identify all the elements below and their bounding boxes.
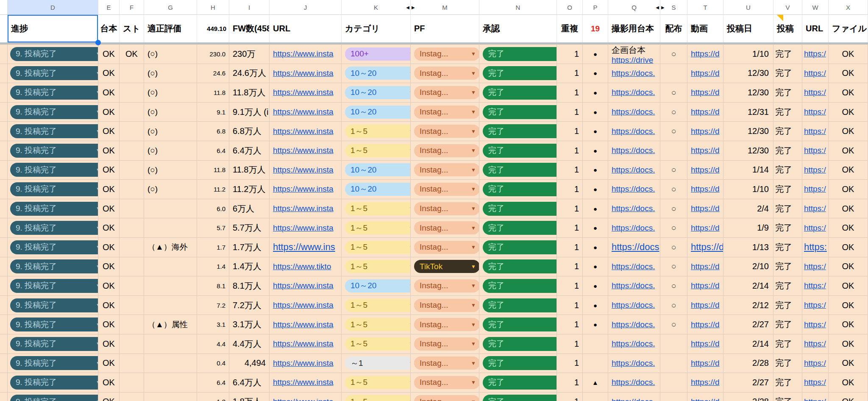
cell-D-row16[interactable]: 9. 投稿完了▼ [8,334,98,354]
cell-E-row14[interactable]: OK [98,296,120,315]
cell-J-row4[interactable]: https://www.insta [270,103,342,122]
cell-Q-row3[interactable]: https://docs. [608,83,660,103]
cell-E-row13[interactable]: OK [98,276,120,296]
video-url-link[interactable]: https://d [691,184,720,194]
approval-dropdown[interactable]: 完了▼ [483,259,557,273]
cell-T-row8[interactable]: https://d [687,180,723,199]
cell-E-row5[interactable]: OK [98,122,120,141]
cell-c-row1[interactable] [0,45,8,64]
column-header-X[interactable]: X [829,0,868,15]
cell-D-row17[interactable]: 9. 投稿完了▼ [8,354,98,373]
cell-M-row13[interactable]: Instag...▼ [411,276,479,296]
approval-dropdown[interactable]: 完了▼ [483,66,557,80]
cell-X-row16[interactable]: OK [829,334,868,354]
cell-Q-row6[interactable]: https://docs. [608,141,660,161]
shoot-script-link[interactable]: https://docs. [612,88,655,97]
shoot-script-link[interactable]: https://docs. [612,320,655,329]
cell-E-row19[interactable]: OK [98,393,120,401]
approval-dropdown[interactable]: 完了▼ [483,105,557,119]
cell-M-row6[interactable]: Instag...▼ [411,141,479,161]
category-dropdown[interactable]: ～1▼ [345,356,411,370]
cell-D-row8[interactable]: 9. 投稿完了▼ [8,180,98,199]
progress-dropdown[interactable]: 9. 投稿完了▼ [10,86,98,100]
column-header-J[interactable]: J [270,0,342,15]
cell-S-row6[interactable] [660,141,687,161]
cell-H-row14[interactable]: 7.2 [197,296,229,315]
header-cell-dup[interactable]: 重複 [557,15,583,42]
cell-T-row14[interactable]: https://d [687,296,723,315]
cell-H-row5[interactable]: 6.8 [197,122,229,141]
cell-N-row6[interactable]: 完了▼ [479,141,557,161]
cell-E-row3[interactable]: OK [98,83,120,103]
cell-O-row9[interactable]: 1 [557,199,583,219]
progress-dropdown[interactable]: 9. 投稿完了▼ [10,182,98,196]
cell-O-row11[interactable]: 1 [557,238,583,257]
cell-S-row17[interactable] [660,354,687,373]
column-header-M[interactable]: M▶ [411,0,479,15]
cell-c-row6[interactable] [0,141,8,161]
pf-dropdown[interactable]: Instag...▼ [414,67,479,80]
pf-dropdown[interactable]: Instag...▼ [414,106,479,119]
cell-K-row6[interactable]: 1～5▼ [342,141,411,161]
cell-T-row12[interactable]: https://d [687,257,723,277]
account-url-link[interactable]: https://www.ins [273,242,335,253]
cell-E-row18[interactable]: OK [98,373,120,393]
cell-J-row15[interactable]: https://www.insta [270,315,342,334]
progress-dropdown[interactable]: 9. 投稿完了▼ [10,317,98,331]
cell-I-row11[interactable]: 1.7万人 [229,238,270,257]
cell-H-row10[interactable]: 5.7 [197,218,229,238]
cell-X-row6[interactable]: OK [829,141,868,161]
cell-T-row18[interactable]: https://d [687,373,723,393]
selection-fill-handle[interactable] [95,40,101,45]
cell-F-row8[interactable] [120,180,144,199]
cell-M-row8[interactable]: Instag...▼ [411,180,479,199]
cell-Q-row10[interactable]: https://docs. [608,218,660,238]
video-url-link[interactable]: https://d [691,107,720,117]
cell-J-row6[interactable]: https://www.insta [270,141,342,161]
progress-dropdown[interactable]: 9. 投稿完了▼ [10,163,98,177]
header-cell-sliver[interactable] [0,15,8,42]
cell-I-row18[interactable]: 6.4万人 [229,373,270,393]
cell-I-row14[interactable]: 7.2万人 [229,296,270,315]
cell-K-row16[interactable]: 1～5▼ [342,334,411,354]
column-header-D[interactable]: D [8,0,98,15]
cell-c-row10[interactable] [0,218,8,238]
cell-H-row18[interactable]: 6.4 [197,373,229,393]
cell-E-row10[interactable]: OK [98,218,120,238]
cell-P-row6[interactable]: ● [583,141,608,161]
cell-D-row7[interactable]: 9. 投稿完了▼ [8,161,98,180]
cell-G-row6[interactable]: (○) [144,141,197,161]
cell-W-row13[interactable]: https:/ [802,276,829,296]
category-dropdown[interactable]: 1～5▼ [345,144,411,157]
video-url-link[interactable]: https://d [691,339,720,348]
category-dropdown[interactable]: 1～5▼ [345,318,411,331]
cell-I-row6[interactable]: 6.4万人 [229,141,270,161]
cell-Q-row18[interactable]: https://docs. [608,373,660,393]
cell-F-row11[interactable] [120,238,144,257]
cell-F-row3[interactable] [120,83,144,103]
cell-M-row1[interactable]: Instag...▼ [411,45,479,64]
category-dropdown[interactable]: 1～5▼ [345,376,411,389]
cell-N-row16[interactable]: 完了▼ [479,334,557,354]
cell-V-row7[interactable]: 完了 [773,161,802,180]
cell-G-row19[interactable] [144,393,197,401]
cell-W-row15[interactable]: https:/ [802,315,829,334]
column-header-T[interactable]: T [687,0,723,15]
cell-X-row19[interactable]: OK [829,393,868,401]
cell-U-row12[interactable]: 2/10 [723,257,773,277]
progress-dropdown[interactable]: 9. 投稿完了▼ [10,337,98,351]
cell-X-row10[interactable]: OK [829,218,868,238]
cell-H-row11[interactable]: 1.7 [197,238,229,257]
cell-N-row14[interactable]: 完了▼ [479,296,557,315]
post-url-link[interactable]: https:/ [804,127,826,136]
cell-E-row12[interactable]: OK [98,257,120,277]
shoot-script-link[interactable]: https://docs. [612,301,655,310]
progress-dropdown[interactable]: 9. 投稿完了▼ [10,240,98,254]
cell-c-row3[interactable] [0,83,8,103]
cell-W-row12[interactable]: https:/ [802,257,829,277]
shoot-script-link[interactable]: https://docs. [612,69,655,78]
cell-J-row8[interactable]: https://www.insta [270,180,342,199]
cell-T-row15[interactable]: https://d [687,315,723,334]
progress-dropdown[interactable]: 9. 投稿完了▼ [10,259,98,273]
account-url-link[interactable]: https://www.insta [273,49,334,58]
